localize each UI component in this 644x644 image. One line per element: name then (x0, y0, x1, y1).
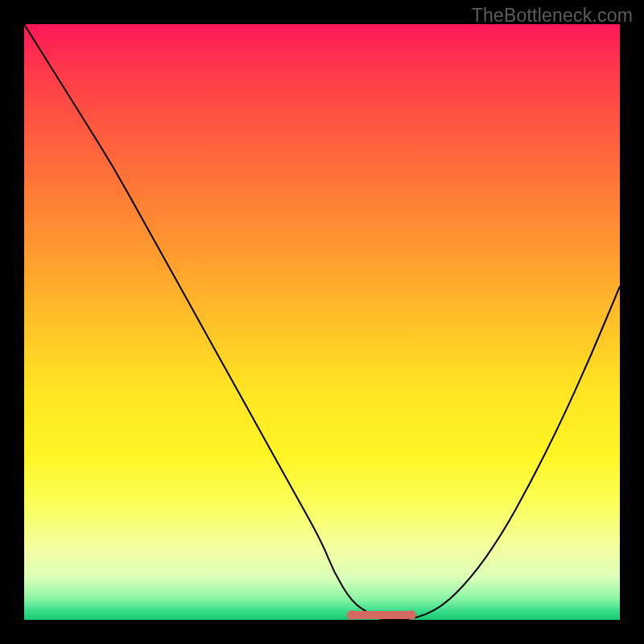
flat-region-endpoint-left (347, 610, 357, 620)
bottleneck-curve (24, 24, 620, 620)
chart-frame: TheBottleneck.com (0, 0, 644, 644)
plot-area (24, 24, 620, 620)
watermark-text: TheBottleneck.com (472, 5, 633, 27)
flat-region-endpoint-right (407, 610, 416, 620)
curve-layer (24, 24, 620, 620)
